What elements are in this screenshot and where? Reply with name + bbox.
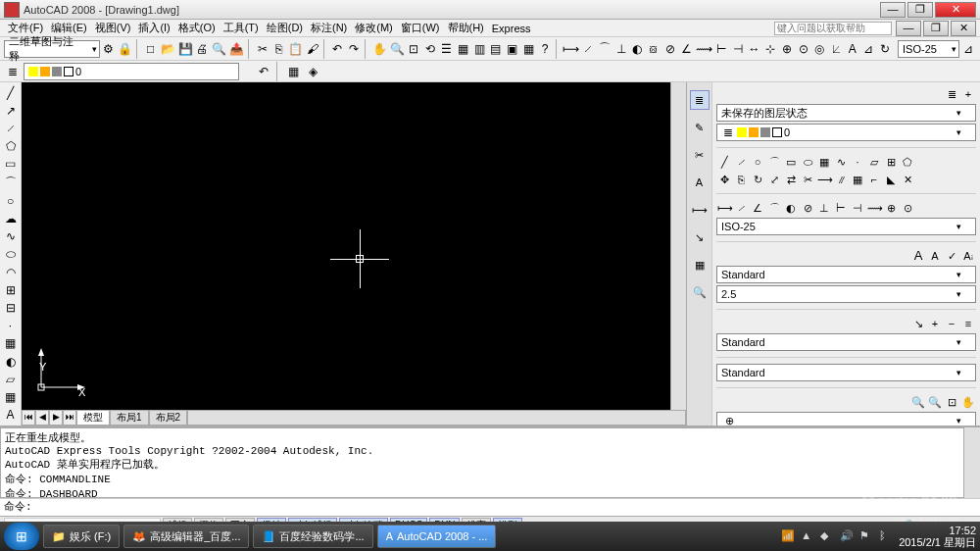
redo-icon[interactable]: ↷ bbox=[346, 40, 362, 58]
workspace-settings-icon[interactable]: ⚙ bbox=[101, 40, 117, 58]
rp-erase-icon[interactable]: ✕ bbox=[900, 172, 915, 187]
panel-layers-tab[interactable]: ≣ bbox=[690, 90, 710, 110]
workspace-lock-icon[interactable]: 🔒 bbox=[117, 40, 133, 58]
dim-aligned-icon[interactable]: ⟋ bbox=[580, 40, 596, 58]
rp-dim-arc-icon[interactable]: ⌒ bbox=[766, 200, 782, 216]
rp-center-icon[interactable]: ⊙ bbox=[900, 200, 915, 216]
layer-manager-small-icon[interactable]: ≣ bbox=[721, 125, 735, 139]
zoom-window-icon[interactable]: ⊡ bbox=[407, 40, 422, 58]
layer-manager-icon[interactable]: ≣ bbox=[4, 63, 22, 80]
dim-text-edit-icon[interactable]: ⊿ bbox=[861, 40, 877, 58]
dim-baseline-icon[interactable]: ⊢ bbox=[713, 40, 729, 58]
dim-update-icon[interactable]: ↻ bbox=[877, 40, 893, 58]
rp-dim-angular-icon[interactable]: ∠ bbox=[750, 200, 765, 216]
rp-rect-icon[interactable]: ▭ bbox=[783, 154, 799, 170]
gradient-icon[interactable]: ◐ bbox=[2, 353, 20, 370]
table-icon[interactable]: ▦ bbox=[2, 389, 20, 406]
rp-mleader-align-icon[interactable]: ≡ bbox=[960, 316, 976, 331]
tray-icon[interactable]: ⚑ bbox=[859, 529, 873, 543]
taskbar-item-active[interactable]: AAutoCAD 2008 - ... bbox=[377, 525, 497, 548]
sheet-set-icon[interactable]: ▤ bbox=[488, 40, 504, 58]
rp-copy-icon[interactable]: ⎘ bbox=[733, 172, 749, 187]
drawing-viewport[interactable]: Y X bbox=[22, 82, 670, 410]
rp-pline-icon[interactable]: ⟋ bbox=[733, 154, 749, 170]
menu-dimension[interactable]: 标注(N) bbox=[307, 21, 351, 35]
save-icon[interactable]: 💾 bbox=[177, 40, 194, 58]
dim-linear-icon[interactable]: ⟼ bbox=[562, 40, 579, 58]
layer-new-icon[interactable]: + bbox=[960, 86, 976, 102]
rp-rotate-icon[interactable]: ↻ bbox=[750, 172, 765, 187]
dim-diameter-icon[interactable]: ⊘ bbox=[662, 40, 678, 58]
dim-arc-icon[interactable]: ⌒ bbox=[597, 40, 612, 58]
spline-icon[interactable]: ∿ bbox=[2, 228, 20, 245]
clock[interactable]: 17:52 2015/2/1 星期日 bbox=[899, 525, 976, 548]
panel-leader-tab[interactable]: ↘ bbox=[690, 227, 710, 247]
menu-format[interactable]: 格式(O) bbox=[174, 21, 220, 35]
insert-block-icon[interactable]: ⊞ bbox=[2, 281, 20, 298]
dim-angular-icon[interactable]: ∠ bbox=[679, 40, 695, 58]
maximize-button[interactable]: ❐ bbox=[907, 2, 933, 18]
dimstyle-dropdown[interactable]: ISO-25 bbox=[898, 40, 959, 58]
menu-modify[interactable]: 修改(M) bbox=[351, 21, 397, 35]
menu-tools[interactable]: 工具(T) bbox=[220, 21, 263, 35]
rp-chamfer-icon[interactable]: ◣ bbox=[883, 172, 899, 187]
bluetooth-icon[interactable]: ᛒ bbox=[879, 529, 893, 543]
cut-icon[interactable]: ✂ bbox=[255, 40, 270, 58]
properties-icon[interactable]: ☰ bbox=[439, 40, 455, 58]
hatch-icon[interactable]: ▦ bbox=[2, 335, 20, 352]
panel-nav-tab[interactable]: 🔍 bbox=[690, 282, 710, 302]
help-icon[interactable]: ? bbox=[537, 40, 553, 58]
dim-edit-icon[interactable]: A bbox=[845, 40, 860, 58]
dim-break-icon[interactable]: ⊹ bbox=[762, 40, 778, 58]
rp-fillet-icon[interactable]: ⌐ bbox=[866, 172, 882, 187]
menu-draw[interactable]: 绘图(D) bbox=[263, 21, 307, 35]
rp-region-icon[interactable]: ▱ bbox=[866, 154, 882, 170]
dim-space-icon[interactable]: ↔ bbox=[747, 40, 762, 58]
rp-point-icon[interactable]: · bbox=[850, 154, 865, 170]
tray-icon[interactable]: ▲ bbox=[801, 529, 814, 543]
tolerance-icon[interactable]: ⊕ bbox=[779, 40, 795, 58]
tray-icon[interactable]: ◆ bbox=[820, 529, 834, 543]
rp-dim-quick-icon[interactable]: ⟿ bbox=[866, 200, 882, 216]
match-icon[interactable]: 🖌 bbox=[305, 40, 320, 58]
point-icon[interactable]: · bbox=[2, 318, 20, 334]
ellipse-arc-icon[interactable]: ◠ bbox=[2, 264, 20, 280]
menu-window[interactable]: 窗口(W) bbox=[397, 21, 444, 35]
make-block-icon[interactable]: ⊟ bbox=[2, 299, 20, 316]
rp-text-icon[interactable]: A bbox=[927, 248, 943, 264]
rp-tablestyle-dropdown[interactable]: Standard bbox=[716, 364, 976, 381]
rp-dim-linear-icon[interactable]: ⟼ bbox=[716, 200, 732, 216]
workspace-dropdown[interactable]: 二维草图与注释 bbox=[4, 40, 100, 58]
open-icon[interactable]: 📂 bbox=[160, 40, 176, 58]
help-search-input[interactable] bbox=[774, 22, 892, 35]
rp-mleader-add-icon[interactable]: + bbox=[927, 316, 943, 331]
rp-dim-base-icon[interactable]: ⊢ bbox=[833, 200, 849, 216]
tab-model[interactable]: 模型 bbox=[76, 410, 110, 426]
rp-textstyle-icon[interactable]: Aᵢ bbox=[960, 248, 976, 264]
tool-palettes-icon[interactable]: ▥ bbox=[471, 40, 487, 58]
command-history[interactable]: 正在重生成模型。 AutoCAD Express Tools Copyright… bbox=[0, 427, 964, 498]
rp-leaderstyle-dropdown[interactable]: Standard bbox=[716, 333, 976, 351]
dimstyle-control-icon[interactable]: ⊿ bbox=[960, 40, 976, 58]
rp-layer-dropdown[interactable]: ≣ 0 bbox=[716, 124, 976, 141]
command-scrollbar[interactable] bbox=[964, 427, 980, 498]
minimize-button[interactable]: — bbox=[880, 2, 906, 18]
inspection-icon[interactable]: ◎ bbox=[812, 40, 828, 58]
undo-icon[interactable]: ↶ bbox=[330, 40, 346, 58]
dim-jogged-icon[interactable]: ⦻ bbox=[646, 40, 662, 58]
taskbar-item[interactable]: 📁娱乐 (F:) bbox=[43, 525, 120, 548]
jogged-linear-icon[interactable]: ⟀ bbox=[828, 40, 844, 58]
rp-dimstyle-dropdown[interactable]: ISO-25 bbox=[716, 218, 976, 235]
rp-mtext-big-icon[interactable]: A bbox=[910, 248, 926, 264]
rp-zoom-in-icon[interactable]: 🔍 bbox=[910, 394, 926, 410]
layer-filter-icon[interactable]: ≣ bbox=[944, 86, 959, 102]
rp-textstyle-dropdown[interactable]: Standard bbox=[716, 266, 976, 283]
rp-circle-icon[interactable]: ○ bbox=[750, 154, 765, 170]
rp-poly-icon[interactable]: ⬠ bbox=[900, 154, 915, 170]
rp-zoom-dropdown[interactable]: ⊕ bbox=[716, 412, 976, 426]
layer-dropdown[interactable]: 0 bbox=[24, 63, 239, 80]
rp-arc-icon[interactable]: ⌒ bbox=[766, 154, 782, 170]
tab-first-icon[interactable]: ⏮ bbox=[22, 410, 35, 426]
doc-minimize-button[interactable]: — bbox=[896, 21, 921, 36]
rp-dim-dia-icon[interactable]: ⊘ bbox=[800, 200, 815, 216]
